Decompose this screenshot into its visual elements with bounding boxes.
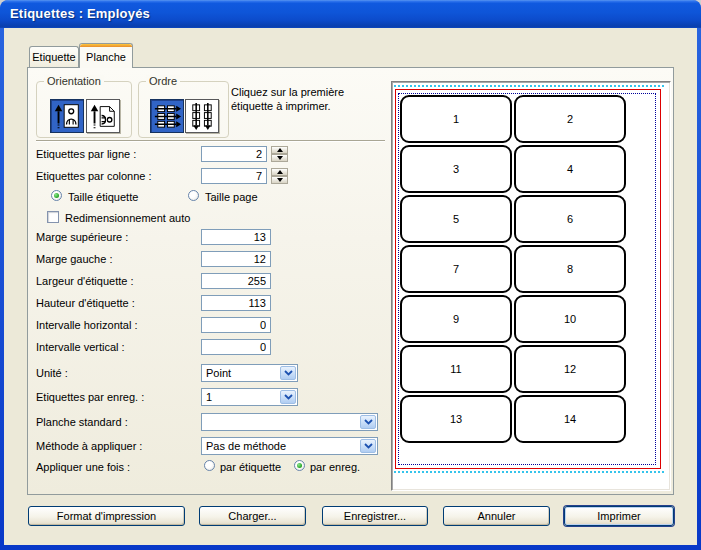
preview-label-number: 11 [450,363,461,375]
preview-label-cell[interactable]: 1 [400,95,512,143]
dropdown-button[interactable] [280,366,296,380]
preview-label-cell[interactable]: 2 [514,95,626,143]
preview-label-cell[interactable]: 3 [400,145,512,193]
dialog-body: Etiquette Planche Orientation [4,28,697,545]
preview-label-cell[interactable]: 13 [400,395,512,443]
unit-select[interactable]: Point [201,364,298,382]
auto-resize-checkbox[interactable] [47,211,59,223]
top-margin-label: Marge supérieure : [36,231,128,243]
landscape-orientation-icon [87,100,119,132]
preview-label-cell[interactable]: 7 [400,245,512,293]
method-value: Pas de méthode [206,440,286,452]
chevron-down-icon [284,370,293,376]
up-arrow-icon [277,170,283,174]
window-title: Etiquettes : Employés [10,6,150,21]
preview-grid: 1234567891011121314 [400,95,626,443]
print-button[interactable]: Imprimer [564,506,674,526]
chevron-down-icon [364,419,373,425]
spin-down-button[interactable] [271,176,288,184]
horizontal-gap-input[interactable] [201,317,271,333]
labels-per-record-label: Etiquettes par enreg. : [36,391,144,403]
vertical-gap-label: Intervalle vertical : [36,341,125,353]
apply-per-label-radio[interactable] [204,460,215,471]
tab-panel-planche: Orientation [27,67,674,495]
preview-label-cell[interactable]: 9 [400,295,512,343]
save-button[interactable]: Enregistrer... [322,506,428,526]
size-page-radio-label: Taille page [205,191,258,203]
labels-per-column-input[interactable] [201,168,267,184]
preview-label-cell[interactable]: 11 [400,345,512,393]
order-horizontal-button[interactable] [150,99,184,133]
print-format-button[interactable]: Format d'impression [28,506,185,526]
preview-label-cell[interactable]: 4 [514,145,626,193]
up-arrow-icon [277,148,283,152]
tab-planche[interactable]: Planche [79,43,133,68]
spin-up-button[interactable] [271,146,288,154]
labels-per-record-select[interactable]: 1 [201,388,298,406]
orientation-group: Orientation [36,81,132,138]
left-margin-input[interactable] [201,251,271,267]
size-label-radio[interactable] [51,190,62,201]
spin-up-button[interactable] [271,168,288,176]
horizontal-order-icon [151,100,183,132]
preview-label-number: 7 [453,263,459,275]
dropdown-button[interactable] [360,439,376,453]
preview-label-number: 12 [564,363,576,375]
orientation-portrait-button[interactable] [50,99,84,133]
page-guide-top [394,85,664,87]
sheet-preview-pane[interactable]: 1234567891011121314 [391,81,671,491]
load-button[interactable]: Charger... [199,506,306,526]
dropdown-button[interactable] [360,415,376,429]
preview-label-number: 5 [453,213,459,225]
vertical-gap-input[interactable] [201,339,271,355]
order-vertical-button[interactable] [185,99,219,133]
tab-etiquette[interactable]: Etiquette [29,46,79,67]
top-margin-input[interactable] [201,229,271,245]
apply-once-label: Appliquer une fois : [36,461,130,473]
down-arrow-icon [277,156,283,160]
preview-label-cell[interactable]: 8 [514,245,626,293]
orientation-landscape-button[interactable] [86,99,120,133]
preview-label-cell[interactable]: 12 [514,345,626,393]
unit-value: Point [206,367,231,379]
preview-label-cell[interactable]: 6 [514,195,626,243]
portrait-orientation-icon [51,100,83,132]
unit-label: Unité : [36,367,68,379]
preview-label-cell[interactable]: 14 [514,395,626,443]
labels-per-row-label: Etiquettes par ligne : [36,148,136,160]
spin-down-button[interactable] [271,154,288,162]
preview-label-cell[interactable]: 5 [400,195,512,243]
label-height-input[interactable] [201,295,271,311]
preview-label-number: 9 [453,313,459,325]
page-guide-bottom [394,471,664,473]
cancel-button[interactable]: Annuler [443,506,550,526]
order-group-label: Ordre [146,75,180,87]
chevron-down-icon [364,443,373,449]
apply-per-record-radio[interactable] [294,460,305,471]
preview-label-number: 1 [453,113,459,125]
labels-per-column-label: Etiquettes par colonne : [36,170,152,182]
horizontal-gap-label: Intervalle horizontal : [36,319,138,331]
preview-label-number: 10 [564,313,576,325]
preview-label-number: 13 [450,413,462,425]
preview-label-number: 4 [567,163,573,175]
preview-label-number: 8 [567,263,573,275]
label-width-input[interactable] [201,273,271,289]
dropdown-button[interactable] [280,390,296,404]
size-page-radio[interactable] [188,190,199,201]
preview-label-cell[interactable]: 10 [514,295,626,343]
preview-label-number: 6 [567,213,573,225]
method-label: Méthode à appliquer : [36,440,142,452]
preview-label-number: 14 [564,413,576,425]
title-bar[interactable]: Etiquettes : Employés [0,0,701,28]
labels-per-column-stepper [271,168,288,184]
standard-sheet-select[interactable] [201,413,378,431]
labels-per-row-input[interactable] [201,146,267,162]
labels-per-row-stepper [271,146,288,162]
first-label-hint: Cliquez sur la première étiquette à impr… [231,85,381,113]
apply-per-label-radio-label: par étiquette [220,461,281,473]
dialog-window: Etiquettes : Employés Etiquette Planche … [0,0,701,550]
auto-resize-label: Redimensionnement auto [65,212,190,224]
section-divider [36,140,385,142]
method-select[interactable]: Pas de méthode [201,437,378,455]
